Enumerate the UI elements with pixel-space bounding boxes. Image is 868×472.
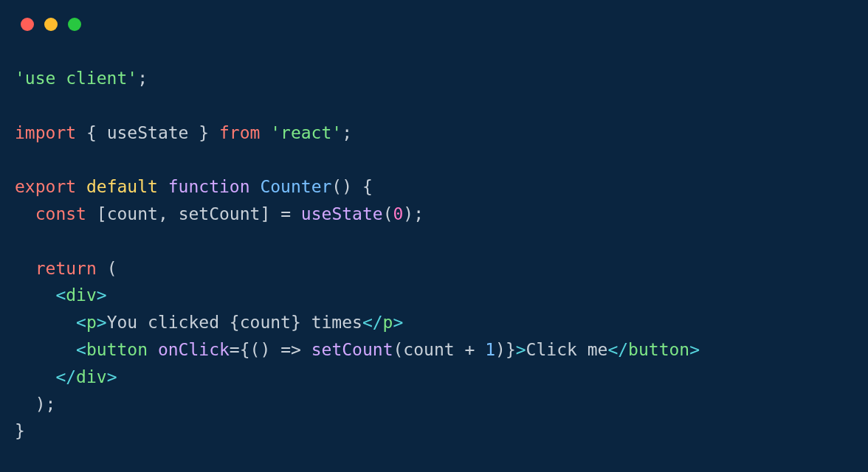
jsx-bracket: < (55, 285, 66, 305)
paren: ( (383, 204, 393, 223)
identifier: count (240, 313, 291, 332)
jsx-text: Click me (526, 340, 608, 359)
jsx-bracket: > (393, 313, 403, 332)
paren: ( (107, 259, 117, 278)
jsx-attribute: onClick (158, 340, 230, 359)
function-call: setCount (311, 340, 393, 359)
brace: { (362, 177, 373, 196)
semicolon: ; (342, 123, 352, 142)
string-literal: 'react' (270, 123, 342, 142)
identifier: count (107, 204, 158, 223)
brace: } (506, 340, 516, 359)
paren: ) (495, 340, 506, 359)
jsx-text: times (301, 313, 362, 332)
identifier: useState (107, 123, 189, 142)
return-keyword: return (35, 259, 97, 278)
arrow: => (280, 340, 301, 359)
bracket: ] (260, 204, 270, 223)
jsx-tag: button (628, 340, 689, 359)
minimize-icon[interactable] (44, 18, 58, 31)
jsx-tag: button (86, 340, 148, 359)
bracket: [ (97, 204, 107, 223)
jsx-bracket: > (107, 367, 117, 386)
jsx-bracket: > (689, 340, 700, 359)
jsx-text: You clicked (107, 313, 230, 332)
code-window: 'use client'; import { useState } from '… (0, 0, 868, 472)
comma: , (158, 204, 179, 223)
brace: { (230, 313, 240, 332)
maximize-icon[interactable] (68, 18, 81, 31)
equals: = (230, 340, 240, 359)
jsx-bracket: > (516, 340, 526, 359)
function-name: Counter (260, 177, 331, 196)
brace: { (76, 123, 107, 142)
jsx-bracket: </ (362, 313, 383, 332)
identifier: count (403, 340, 454, 359)
brace: } (291, 313, 301, 332)
jsx-bracket: </ (607, 340, 628, 359)
import-keyword: import (15, 123, 76, 142)
paren: ) (35, 395, 46, 414)
paren: ) (260, 340, 270, 359)
string-literal: 'use client' (15, 69, 137, 88)
code-editor[interactable]: 'use client'; import { useState } from '… (15, 65, 853, 445)
number-literal: 0 (393, 204, 403, 223)
default-keyword: default (86, 177, 158, 196)
function-call: useState (301, 204, 383, 223)
paren: ( (250, 340, 261, 359)
jsx-bracket: < (76, 340, 86, 359)
semicolon: ; (46, 395, 56, 414)
number-literal: 1 (485, 340, 495, 359)
jsx-tag: p (86, 313, 97, 332)
traffic-lights (21, 18, 81, 31)
brace: { (240, 340, 250, 359)
function-keyword: function (168, 177, 250, 196)
brace: } (188, 123, 219, 142)
jsx-bracket: </ (55, 367, 76, 386)
paren: ) (403, 204, 413, 223)
close-icon[interactable] (21, 18, 34, 31)
jsx-tag: p (383, 313, 393, 332)
semicolon: ; (137, 69, 148, 88)
jsx-bracket: > (97, 285, 107, 305)
from-keyword: from (219, 123, 260, 142)
const-keyword: const (35, 204, 86, 223)
operator: + (464, 340, 475, 359)
paren: ( (393, 340, 403, 359)
parens: () (331, 177, 352, 196)
brace: } (15, 421, 25, 440)
semicolon: ; (413, 204, 424, 223)
jsx-bracket: > (97, 313, 107, 332)
jsx-bracket: < (76, 313, 86, 332)
jsx-tag: div (76, 367, 107, 386)
equals: = (280, 204, 291, 223)
identifier: setCount (179, 204, 261, 223)
jsx-tag: div (66, 285, 97, 305)
export-keyword: export (15, 177, 76, 196)
